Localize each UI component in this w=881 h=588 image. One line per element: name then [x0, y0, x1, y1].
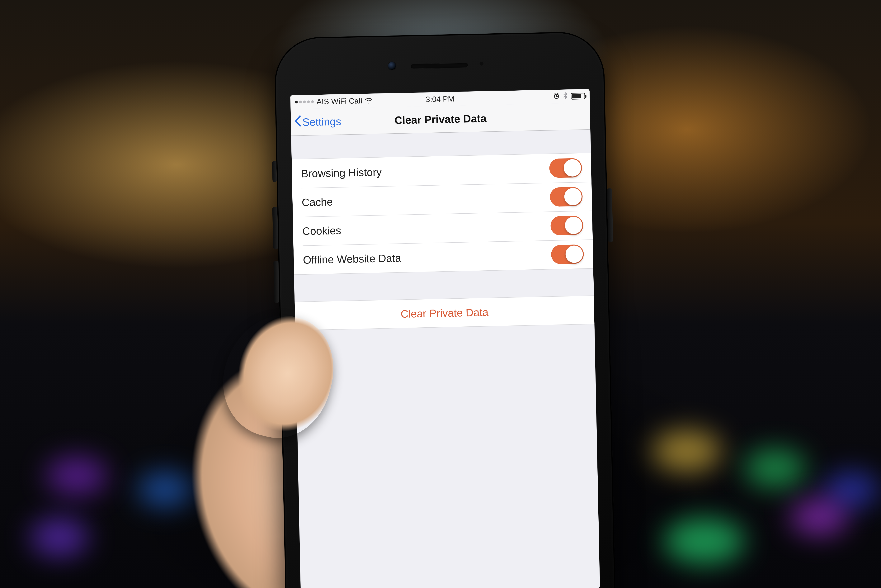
content-area[interactable]: Browsing History Cache Cookies Offline W…	[291, 130, 594, 330]
volume-down-button	[273, 261, 279, 303]
svg-line-4	[557, 93, 559, 94]
toggle-cookies[interactable]	[550, 216, 583, 236]
bg-glow	[31, 518, 88, 556]
chevron-left-icon	[294, 116, 301, 129]
clear-private-data-label: Clear Private Data	[401, 306, 488, 320]
back-label: Settings	[302, 115, 341, 128]
front-camera	[387, 62, 396, 70]
row-label: Cache	[301, 195, 333, 208]
row-offline-website-data: Offline Website Data	[293, 240, 593, 274]
bg-glow	[664, 518, 745, 564]
alarm-icon	[553, 92, 560, 101]
bg-glow	[138, 472, 192, 507]
wifi-icon	[365, 98, 373, 104]
svg-line-3	[554, 93, 555, 94]
power-button	[607, 188, 613, 242]
bluetooth-icon	[563, 92, 568, 101]
proximity-sensor	[479, 62, 484, 66]
phone-frame: AIS WiFi Call 3:04 PM	[274, 31, 617, 588]
row-label: Browsing History	[301, 166, 382, 180]
row-label: Cookies	[302, 224, 341, 237]
toggles-group: Browsing History Cache Cookies Offline W…	[292, 153, 593, 275]
carrier-label: AIS WiFi Call	[316, 96, 362, 106]
bg-glow	[745, 449, 806, 488]
toggle-offline-website-data[interactable]	[551, 244, 584, 264]
volume-up-button	[272, 207, 278, 249]
earpiece-speaker	[411, 63, 468, 69]
mute-switch	[272, 161, 277, 182]
screen: AIS WiFi Call 3:04 PM	[290, 89, 600, 588]
row-label: Offline Website Data	[303, 252, 401, 266]
bg-glow	[790, 499, 848, 536]
toggle-browsing-history[interactable]	[549, 158, 582, 178]
bg-glow	[46, 457, 108, 495]
clear-private-data-button[interactable]: Clear Private Data	[295, 296, 595, 331]
toggle-cache[interactable]	[550, 187, 583, 207]
bg-glow	[652, 430, 721, 472]
back-button[interactable]: Settings	[294, 114, 341, 129]
cellular-signal-icon	[295, 100, 314, 104]
battery-icon	[571, 93, 585, 100]
